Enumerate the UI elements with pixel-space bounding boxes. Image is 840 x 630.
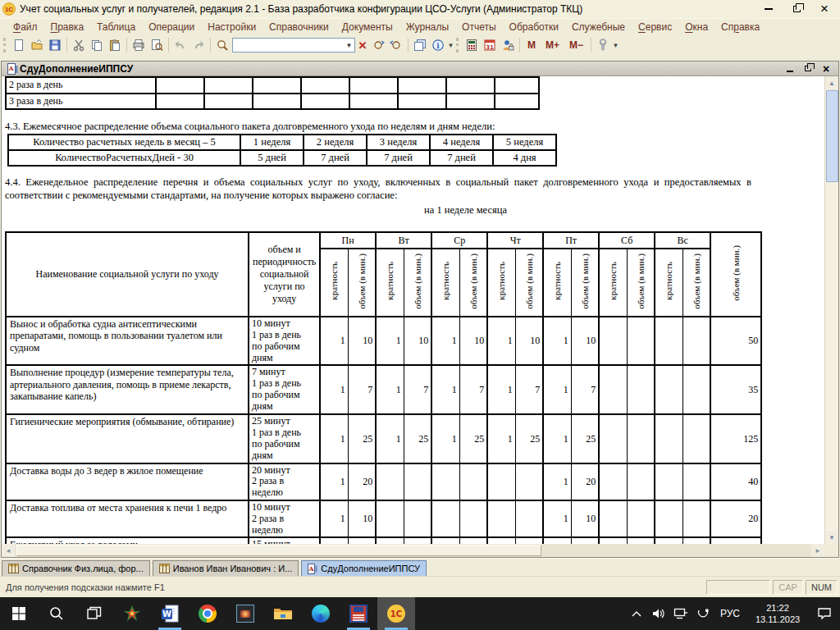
redo-icon[interactable]: [189, 36, 208, 54]
taskbar-chrome-button[interactable]: [189, 597, 226, 630]
menu-item[interactable]: Отчеты: [455, 20, 502, 34]
scroll-left-icon[interactable]: ◄: [2, 544, 15, 557]
memory-m-plus-button[interactable]: M+: [541, 39, 564, 51]
taskbar-word-button[interactable]: W: [151, 597, 189, 630]
menu-item[interactable]: Операции: [142, 20, 201, 34]
print-preview-icon[interactable]: [148, 36, 166, 54]
date: 13.11.2023: [756, 614, 800, 624]
menu-item[interactable]: Служебные: [565, 20, 632, 34]
value-cell: 10: [404, 317, 431, 365]
paste-icon[interactable]: [106, 36, 124, 54]
tray-chevron-icon[interactable]: [625, 597, 647, 630]
service-name-cell: Доставка воды до 3 ведер в жилое помещен…: [6, 463, 249, 500]
search-dropdown-icon[interactable]: ▼: [344, 42, 354, 49]
taskbar-1c-button[interactable]: 1С: [377, 597, 415, 630]
menu-item[interactable]: Справочники: [262, 20, 336, 34]
scroll-right-icon[interactable]: ►: [811, 544, 824, 557]
undo-icon[interactable]: [171, 36, 189, 54]
status-empty-cell: [706, 580, 770, 595]
copy-icon[interactable]: [88, 36, 106, 54]
taskbar-edge-button[interactable]: [302, 597, 340, 630]
menu-item[interactable]: Окна: [678, 20, 714, 34]
calendar-icon[interactable]: 31: [481, 36, 499, 54]
doc-close-button[interactable]: ×: [817, 62, 835, 75]
clear-search-icon[interactable]: ✕: [356, 39, 369, 52]
total-value-cell: 20: [710, 500, 761, 537]
value-cell: [487, 500, 515, 537]
memory-m-button[interactable]: M: [523, 39, 541, 51]
menu-item[interactable]: Документы: [336, 20, 399, 34]
doc-restore-button[interactable]: [799, 62, 817, 75]
service-row: Выполнение процедур (измерение температу…: [6, 365, 761, 414]
table-cell: 7 дней: [367, 150, 430, 166]
network-icon[interactable]: [669, 597, 692, 630]
tab-sdudopolnenieippsu[interactable]: А СдуДополнениеИППСУ: [301, 560, 427, 576]
start-button[interactable]: [0, 597, 38, 630]
svg-text:А: А: [8, 64, 14, 72]
close-button[interactable]: ×: [811, 1, 838, 17]
subheader-cell: кратность: [320, 249, 348, 317]
new-document-icon[interactable]: [10, 36, 28, 54]
taskbar-app-game[interactable]: [113, 597, 151, 630]
clock[interactable]: 21:22 13.11.2023: [746, 602, 809, 625]
scroll-up-icon[interactable]: ▲: [825, 76, 838, 89]
save-icon[interactable]: [46, 36, 64, 54]
find-prev-icon[interactable]: [387, 36, 405, 54]
menu-item[interactable]: Правка: [44, 20, 91, 34]
info-icon[interactable]: i: [429, 36, 447, 54]
wrench-icon[interactable]: [594, 36, 612, 54]
menu-item[interactable]: Файл: [7, 20, 44, 34]
value-cell: [655, 500, 682, 537]
vertical-scroll-thumb[interactable]: [826, 90, 838, 182]
header-row: Наименование социальной услуги по уходуо…: [6, 232, 761, 249]
table-row: Количество расчетных недель в месяц – 5 …: [8, 135, 556, 150]
doc-minimize-button[interactable]: [781, 62, 799, 75]
info-dropdown-icon[interactable]: ▼: [447, 42, 454, 49]
input-indicator-icon[interactable]: [692, 597, 714, 630]
total-header: объем (в мин.): [710, 232, 761, 317]
open-folder-icon[interactable]: [28, 36, 46, 54]
menu-item[interactable]: Настройки: [201, 20, 262, 34]
tab-spravochnik-fizlitsa[interactable]: Справочник Физ.лица, фор...: [2, 560, 150, 576]
menu-item[interactable]: Обработки: [503, 20, 565, 34]
taskbar-capture-button[interactable]: [226, 597, 264, 630]
user-lock-icon[interactable]: [499, 36, 517, 54]
horizontal-scrollbar[interactable]: ◄ ►: [2, 544, 824, 557]
svg-text:А: А: [309, 564, 315, 573]
task-view-button[interactable]: [75, 597, 113, 630]
cut-icon[interactable]: [70, 36, 88, 54]
value-cell: 1: [376, 365, 404, 414]
empty-cell: [398, 77, 446, 94]
taskbar-search-button[interactable]: [38, 597, 75, 630]
restore-button[interactable]: [783, 1, 810, 17]
action-center-icon[interactable]: [809, 597, 840, 630]
taskbar-explorer-button[interactable]: [264, 597, 302, 630]
print-icon[interactable]: [130, 36, 148, 54]
status-hint: Для получения подсказки нажмите F1: [2, 580, 704, 595]
memory-m-minus-button[interactable]: M−: [564, 39, 588, 51]
find-next-icon[interactable]: [369, 36, 387, 54]
volume-icon[interactable]: [647, 597, 669, 630]
minimize-button[interactable]: [756, 1, 782, 17]
menu-item[interactable]: Таблица: [90, 20, 142, 34]
taskbar-floppy-app-button[interactable]: [340, 597, 377, 630]
scroll-down-icon[interactable]: ▼: [825, 531, 838, 544]
menu-item[interactable]: Справка: [714, 20, 766, 34]
menu-item[interactable]: Сервис: [632, 20, 678, 34]
search-icon[interactable]: [213, 36, 231, 54]
value-cell: 1: [431, 414, 459, 463]
toolbar-dropdown-icon[interactable]: ▼: [612, 42, 619, 49]
menu-item[interactable]: Журналы: [399, 20, 455, 34]
table-cell: 2 неделя: [304, 135, 367, 150]
tab-ivanov-ivan-ivanovich[interactable]: Иванов Иван Иванович : И...: [153, 560, 299, 576]
language-indicator[interactable]: РУС: [714, 608, 746, 619]
empty-cell: [446, 77, 495, 94]
empty-cell: [204, 77, 253, 94]
vertical-scrollbar[interactable]: ▲ ▼: [824, 76, 838, 544]
horizontal-scroll-thumb[interactable]: [16, 545, 541, 556]
search-input[interactable]: [233, 39, 344, 51]
calculator-icon[interactable]: [463, 36, 481, 54]
subheader-cell: кратность: [376, 249, 404, 317]
windows-list-icon[interactable]: [411, 36, 429, 54]
svg-text:W: W: [162, 609, 171, 619]
